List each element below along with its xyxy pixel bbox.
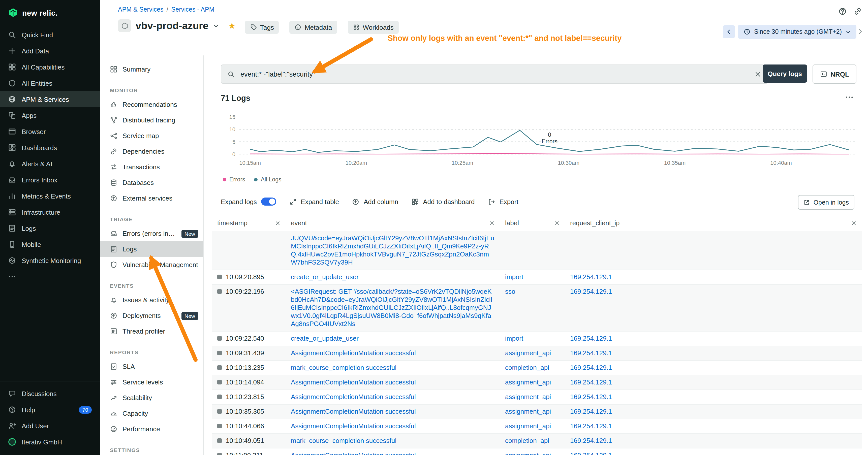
table-row[interactable]: JUQVU&code=eyJraWQiOiJjcGltY29yZV8wOTl1M… — [212, 231, 862, 270]
service-nav-vulnerability-management[interactable]: Vulnerability Management — [100, 257, 203, 272]
cell-event-link[interactable]: AssignmentCompletionMutation successful — [291, 379, 416, 386]
cell-event-link[interactable]: AssignmentCompletionMutation successful — [291, 422, 416, 430]
cell-ip-link[interactable]: 169.254.129.1 — [570, 273, 612, 281]
clear-search-icon[interactable] — [754, 70, 762, 78]
breadcrumb-link-services-apm[interactable]: Services - APM — [172, 6, 215, 13]
close-icon[interactable] — [489, 220, 495, 226]
global-nav-add-user[interactable]: Add User — [0, 418, 100, 434]
cell-ip-link[interactable]: 169.254.129.1 — [570, 288, 612, 295]
cell-event-link[interactable]: AssignmentCompletionMutation successful — [291, 393, 416, 400]
service-nav-errors-errors-inb[interactable]: Errors (errors inb...New — [100, 226, 203, 241]
open-in-logs-button[interactable]: Open in logs — [798, 195, 855, 209]
service-nav-service-levels[interactable]: Service levels — [100, 375, 203, 390]
cell-ip-link[interactable]: 169.254.129.1 — [570, 437, 612, 445]
service-nav-logs[interactable]: Logs — [100, 241, 203, 257]
metadata-chip[interactable]: Metadata — [289, 21, 337, 34]
cell-ip-link[interactable]: 169.254.129.1 — [570, 349, 612, 357]
service-nav-service-map[interactable]: Service map — [100, 128, 203, 143]
service-nav-sla[interactable]: SLA — [100, 359, 203, 375]
service-nav-transactions[interactable]: Transactions — [100, 159, 203, 175]
global-nav-all-entities[interactable]: All Entities — [0, 75, 100, 91]
expand-logs-toggle[interactable] — [261, 197, 276, 205]
global-nav-errors-inbox[interactable]: Errors Inbox — [0, 172, 100, 188]
query-logs-button[interactable]: Query logs — [763, 65, 807, 83]
close-icon[interactable] — [275, 220, 281, 226]
cell-ip-link[interactable]: 169.254.129.1 — [570, 452, 612, 455]
permalink-icon[interactable] — [854, 7, 862, 15]
cell-ip-link[interactable]: 169.254.129.1 — [570, 422, 612, 430]
add-column-button[interactable]: Add column — [352, 198, 398, 205]
global-nav-all-capabilities[interactable]: All Capabilities — [0, 59, 100, 75]
global-nav-apm-services[interactable]: APM & Services — [0, 91, 100, 107]
cell-event-link[interactable]: mark_course_completion successful — [291, 437, 397, 445]
row-marker-icon[interactable] — [217, 336, 222, 340]
add-to-dashboard-button[interactable]: Add to dashboard — [411, 198, 474, 205]
cell-event-link[interactable]: AssignmentCompletionMutation successful — [291, 408, 416, 415]
global-nav-quick-find[interactable]: Quick Find — [0, 27, 100, 43]
global-nav-alerts-ai[interactable]: Alerts & AI — [0, 156, 100, 172]
service-nav-summary[interactable]: Summary — [100, 62, 203, 77]
service-nav-issues-activity[interactable]: Issues & activity — [100, 292, 203, 308]
service-nav-recommendations[interactable]: Recommendations — [100, 97, 203, 112]
global-nav-dashboards[interactable]: Dashboards — [0, 139, 100, 156]
cell-event-link[interactable]: mark_course_completion successful — [291, 364, 397, 371]
cell-label-link[interactable]: import — [505, 334, 523, 342]
table-row[interactable]: 10:10:49.051mark_course_completion succe… — [212, 434, 862, 449]
cell-event-link[interactable]: JUQVU&code=eyJraWQiOiJjcGltY29yZV8wOTl1M… — [291, 234, 494, 266]
legend-all-logs[interactable]: All Logs — [254, 176, 281, 183]
cell-ip-link[interactable]: 169.254.129.1 — [570, 393, 612, 400]
cell-label-link[interactable]: assignment_api — [505, 379, 551, 386]
nrql-button[interactable]: NRQL — [812, 65, 857, 84]
cell-ip-link[interactable]: 169.254.129.1 — [570, 379, 612, 386]
cell-label-link[interactable]: completion_api — [505, 364, 549, 371]
table-row[interactable]: 10:09:22.540create_or_update_userimport1… — [212, 331, 862, 346]
service-nav-dependencies[interactable]: Dependencies — [100, 143, 203, 159]
global-nav-metrics-events[interactable]: Metrics & Events — [0, 188, 100, 204]
global-nav-apps[interactable]: Apps — [0, 107, 100, 124]
row-marker-icon[interactable] — [217, 380, 222, 385]
workloads-chip[interactable]: Workloads — [347, 21, 399, 34]
cell-ip-link[interactable]: 169.254.129.1 — [570, 364, 612, 371]
cell-ip-link[interactable]: 169.254.129.1 — [570, 408, 612, 415]
tags-chip[interactable]: Tags — [245, 21, 279, 34]
table-row[interactable]: 10:10:35.305AssignmentCompletionMutation… — [212, 404, 862, 419]
service-nav-performance[interactable]: Performance — [100, 421, 203, 437]
row-marker-icon[interactable] — [217, 424, 222, 428]
help-circle-icon[interactable] — [838, 7, 847, 15]
cell-label-link[interactable]: assignment_api — [505, 393, 551, 400]
cell-label-link[interactable]: completion_api — [505, 437, 549, 445]
global-nav-infrastructure[interactable]: Infrastructure — [0, 204, 100, 220]
global-nav-iterativ-gmbh[interactable]: Iterativ GmbH — [0, 434, 100, 450]
global-nav-item[interactable] — [0, 268, 100, 285]
cell-label-link[interactable]: assignment_api — [505, 422, 551, 430]
column-header-timestamp[interactable]: timestamp — [212, 215, 286, 231]
cell-event-link[interactable]: AssignmentCompletionMutation successful — [291, 349, 416, 357]
row-marker-icon[interactable] — [217, 453, 222, 455]
global-nav-add-data[interactable]: Add Data — [0, 43, 100, 59]
table-row[interactable]: 10:09:20.895create_or_update_userimport1… — [212, 270, 862, 285]
legend-errors[interactable]: Errors — [223, 176, 245, 183]
column-header-request-client-ip[interactable]: request_client_ip — [565, 215, 862, 231]
time-picker-next-button[interactable] — [857, 28, 864, 35]
table-row[interactable]: 10:09:31.439AssignmentCompletionMutation… — [212, 346, 862, 361]
cell-event-link[interactable]: <ASGIRequest: GET '/sso/callback/?state=… — [291, 288, 493, 327]
more-menu-icon[interactable] — [845, 93, 854, 102]
expand-table-button[interactable]: Expand table — [289, 198, 339, 205]
service-nav-scalability[interactable]: Scalability — [100, 390, 203, 405]
service-nav-thread-profiler[interactable]: Thread profiler — [100, 324, 203, 339]
table-row[interactable]: 10:10:14.094AssignmentCompletionMutation… — [212, 376, 862, 390]
service-nav-distributed-tracing[interactable]: Distributed tracing — [100, 112, 203, 128]
logs-search-input[interactable] — [240, 70, 749, 78]
service-nav-capacity[interactable]: Capacity — [100, 405, 203, 421]
close-icon[interactable] — [851, 220, 857, 226]
global-nav-synthetic-monitoring[interactable]: Synthetic Monitoring — [0, 253, 100, 268]
cell-event-link[interactable]: create_or_update_user — [291, 273, 359, 281]
row-marker-icon[interactable] — [217, 365, 222, 370]
export-button[interactable]: Export — [488, 198, 519, 205]
cell-label-link[interactable]: import — [505, 273, 523, 281]
favorite-star-icon[interactable]: ★ — [228, 22, 236, 30]
cell-label-link[interactable]: assignment_api — [505, 349, 551, 357]
global-nav-discussions[interactable]: Discussions — [0, 386, 100, 401]
global-nav-help[interactable]: Help70 — [0, 401, 100, 418]
table-row[interactable]: 10:10:44.066AssignmentCompletionMutation… — [212, 419, 862, 434]
